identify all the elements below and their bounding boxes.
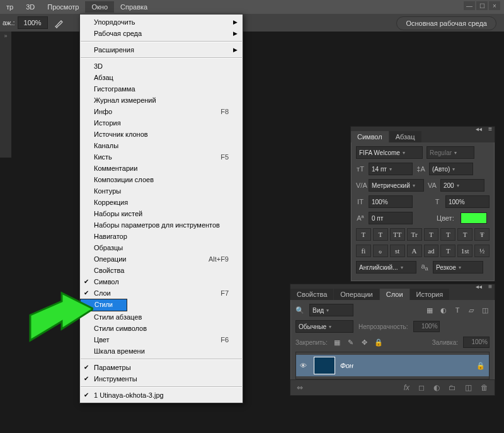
close-icon[interactable]: × [489, 1, 500, 10]
lock-pixels-icon[interactable]: ▦ [333, 338, 341, 347]
menu-item[interactable]: Коррекция [80, 197, 243, 208]
menu-item[interactable]: Упорядочить▶ [80, 16, 243, 28]
font-size-input[interactable]: 14 пт▾ [369, 163, 413, 175]
tracking-input[interactable]: 200▾ [440, 179, 484, 192]
layer-row[interactable]: 👁 Фон 🔒 [296, 355, 489, 376]
menu-item[interactable]: Каналы [80, 140, 243, 151]
visibility-icon[interactable]: 👁 [300, 362, 309, 369]
menu-item[interactable]: Наборы параметров для инструментов [80, 219, 243, 231]
menu-help[interactable]: Справка [114, 1, 154, 13]
menu-item[interactable]: Шкала времени [80, 345, 243, 357]
type-style-button[interactable]: T [424, 228, 439, 241]
tab-character[interactable]: Символ [351, 131, 389, 142]
menu-item[interactable]: Гистограмма [80, 83, 243, 95]
tab-Слои[interactable]: Слои [380, 289, 410, 300]
menu-item[interactable]: Журнал измерений [80, 95, 243, 106]
opentype-button[interactable]: A [407, 245, 422, 257]
menu-item[interactable]: ✔Инструменты [80, 373, 243, 384]
trash-icon[interactable]: 🗑 [481, 383, 488, 392]
menu-item[interactable]: Источник клонов [80, 129, 243, 140]
opentype-button[interactable]: ½ [474, 245, 490, 257]
menu-filter[interactable]: тр [0, 1, 20, 13]
menu-3d[interactable]: 3D [20, 1, 41, 13]
menu-item[interactable]: КистьF5 [80, 151, 243, 163]
menu-item[interactable]: Рабочая среда▶ [80, 28, 243, 39]
menu-item[interactable]: Свойства [80, 265, 243, 276]
lock-all-icon[interactable]: 🔒 [374, 338, 383, 347]
menu-item[interactable]: Комментарии [80, 163, 243, 174]
menu-item[interactable]: Абзац [80, 72, 243, 83]
menu-item[interactable]: Образцы [80, 242, 243, 253]
menu-item[interactable]: Наборы кистей [80, 208, 243, 219]
blend-mode-select[interactable]: Обычные▾ [295, 320, 353, 333]
menu-item[interactable]: Контуры [80, 185, 243, 197]
layer-filter-select[interactable]: Вид▾ [309, 304, 353, 316]
opentype-button[interactable]: st [390, 245, 405, 257]
menu-item[interactable]: Композиции слоев [80, 174, 243, 185]
menu-item[interactable]: ИнфоF8 [80, 106, 243, 117]
vscale-input[interactable]: 100% [369, 195, 413, 208]
opentype-button[interactable]: T [440, 245, 455, 257]
antialias-select[interactable]: Резкое▾ [433, 261, 483, 274]
filter-smart-icon[interactable]: ◫ [481, 306, 490, 315]
menu-item[interactable]: ✔1 Utinaya-okhota-3.jpg [80, 390, 243, 401]
menu-item[interactable]: Стили абзацев [80, 311, 243, 323]
filter-shape-icon[interactable]: ▱ [467, 306, 476, 315]
chevron-left-icon[interactable]: ◂◂ [476, 283, 482, 290]
tab-Операции[interactable]: Операции [334, 289, 379, 300]
lock-position-icon[interactable]: ✥ [360, 338, 369, 347]
type-style-button[interactable]: Tr [407, 228, 422, 241]
workspace-switcher[interactable]: Основная рабочая среда [396, 16, 496, 30]
layer-mask-icon[interactable]: ◻ [418, 383, 425, 392]
lock-paint-icon[interactable]: ✎ [346, 338, 355, 347]
link-layers-icon[interactable]: ⇔ [297, 383, 303, 392]
panel-menu-icon[interactable]: ≡ [488, 125, 492, 132]
type-style-button[interactable]: T [356, 228, 371, 241]
opentype-button[interactable]: 1st [457, 245, 472, 257]
type-style-button[interactable]: T [440, 228, 455, 241]
menu-item[interactable]: ОперацииAlt+F9 [80, 253, 243, 265]
kerning-select[interactable]: Метрический▾ [369, 179, 424, 192]
tab-История[interactable]: История [410, 289, 450, 300]
brush-icon[interactable] [52, 15, 67, 30]
opentype-button[interactable]: ad [424, 245, 439, 257]
layer-thumbnail[interactable] [314, 357, 335, 374]
leading-input[interactable]: (Авто)▾ [429, 163, 473, 175]
baseline-input[interactable]: 0 пт [369, 212, 413, 224]
menu-item[interactable]: ✔СлоиF7 [80, 287, 243, 299]
menu-item[interactable]: Стили символов [80, 323, 243, 334]
menu-view[interactable]: Просмотр [41, 1, 85, 13]
new-layer-icon[interactable]: ◫ [465, 383, 472, 392]
opentype-button[interactable]: ℴ [373, 245, 388, 257]
menu-item[interactable]: Стили [80, 299, 127, 311]
language-select[interactable]: Английский...▾ [356, 261, 416, 274]
tab-Свойства[interactable]: Свойства [290, 289, 333, 300]
hscale-input[interactable]: 100% [445, 195, 490, 208]
type-style-button[interactable]: Ŧ [474, 228, 490, 241]
maximize-icon[interactable]: ☐ [476, 1, 488, 10]
menu-item[interactable]: 3D [80, 61, 243, 72]
zoom-input[interactable]: 100% [18, 16, 48, 29]
menu-window[interactable]: Окно [85, 1, 114, 13]
chevron-left-icon[interactable]: ◂◂ [476, 125, 482, 132]
menu-item[interactable]: Навигатор [80, 231, 243, 242]
opentype-button[interactable]: fi [356, 245, 371, 257]
layer-fx-icon[interactable]: fx [404, 383, 410, 392]
collapse-icon[interactable]: » [0, 32, 11, 39]
panel-menu-icon[interactable]: ≡ [488, 283, 492, 290]
type-style-button[interactable]: T [373, 228, 388, 241]
menu-item[interactable]: ЦветF6 [80, 334, 243, 345]
font-style-select[interactable]: Regular▾ [427, 146, 474, 159]
menu-item[interactable]: Расширения▶ [80, 44, 243, 55]
menu-item[interactable]: История [80, 117, 243, 129]
type-style-button[interactable]: T [457, 228, 472, 241]
fill-input[interactable]: 100% [463, 337, 490, 348]
menu-item[interactable]: ✔Символ [80, 276, 243, 287]
type-style-button[interactable]: TT [390, 228, 405, 241]
filter-adjust-icon[interactable]: ◐ [439, 306, 448, 315]
font-family-select[interactable]: FIFA Welcome▾ [356, 146, 423, 159]
tab-paragraph[interactable]: Абзац [389, 131, 421, 142]
filter-type-icon[interactable]: T [453, 306, 462, 314]
group-icon[interactable]: 🗀 [449, 383, 456, 392]
filter-pixel-icon[interactable]: ▦ [425, 306, 434, 315]
